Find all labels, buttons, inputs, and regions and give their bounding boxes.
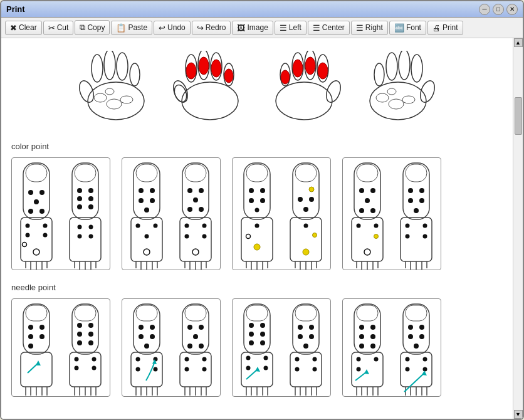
cut-icon: ✂ <box>48 23 55 33</box>
svg-point-77 <box>89 225 93 229</box>
svg-point-92 <box>150 198 155 203</box>
svg-rect-117 <box>233 159 281 269</box>
svg-point-307 <box>370 325 375 330</box>
svg-point-211 <box>77 323 82 328</box>
scroll-down-button[interactable]: ▼ <box>514 410 523 419</box>
svg-point-112 <box>185 224 189 228</box>
svg-point-159 <box>359 188 364 193</box>
undo-button[interactable]: ↩ Undo <box>154 21 191 35</box>
svg-point-197 <box>28 334 33 339</box>
svg-point-213 <box>77 332 82 337</box>
svg-point-145 <box>309 197 314 202</box>
needle-card-2a <box>122 299 171 396</box>
svg-point-328 <box>408 334 413 339</box>
svg-point-220 <box>92 366 97 370</box>
color-card-4a <box>343 158 392 270</box>
svg-point-144 <box>298 197 303 202</box>
svg-point-312 <box>357 357 361 362</box>
svg-point-91 <box>139 198 144 203</box>
svg-point-272 <box>260 340 265 345</box>
svg-point-52 <box>34 199 39 204</box>
svg-point-256 <box>185 367 189 372</box>
redo-button[interactable]: ↪ Redro <box>192 21 231 35</box>
needle-card-3a <box>233 299 281 396</box>
svg-point-40 <box>387 88 396 95</box>
scroll-up-button[interactable]: ▲ <box>514 38 523 47</box>
color-card-2a <box>122 158 171 270</box>
svg-rect-41 <box>13 159 60 269</box>
left-align-button[interactable]: ☰ Left <box>275 21 307 35</box>
svg-point-198 <box>39 334 45 339</box>
svg-point-292 <box>303 344 308 349</box>
close-button[interactable]: ✕ <box>506 4 518 15</box>
svg-point-38 <box>389 99 404 109</box>
svg-point-273 <box>246 356 251 360</box>
svg-point-294 <box>313 357 317 362</box>
undo-icon: ↩ <box>159 23 165 33</box>
print-button[interactable]: 🖨 Print <box>427 21 463 35</box>
svg-point-3 <box>104 51 115 80</box>
svg-point-267 <box>249 323 254 328</box>
svg-point-79 <box>89 234 93 239</box>
svg-point-35 <box>386 53 397 80</box>
svg-point-233 <box>150 334 155 339</box>
svg-point-11 <box>170 79 190 105</box>
window-title: Print <box>6 4 479 14</box>
svg-point-230 <box>139 325 144 330</box>
svg-point-184 <box>406 234 410 239</box>
image-button[interactable]: 🖼 Image <box>232 21 273 35</box>
image-icon: 🖼 <box>237 23 245 33</box>
right-hand-outline <box>357 51 439 123</box>
scroll-content[interactable]: color point <box>1 38 513 419</box>
svg-point-185 <box>423 234 427 239</box>
maximize-button[interactable]: □ <box>493 4 504 15</box>
copy-button[interactable]: ⧉ Copy <box>75 20 110 35</box>
svg-point-29 <box>293 60 303 77</box>
svg-point-71 <box>88 188 93 193</box>
svg-point-126 <box>249 188 254 193</box>
svg-point-148 <box>313 233 317 238</box>
svg-point-214 <box>88 332 93 337</box>
svg-point-51 <box>39 190 45 195</box>
svg-point-57 <box>26 233 30 238</box>
needle-card-1b <box>61 299 110 396</box>
paste-button[interactable]: 📋 Paste <box>111 21 152 35</box>
svg-point-199 <box>28 344 33 349</box>
svg-point-30 <box>281 70 290 84</box>
svg-point-74 <box>77 204 82 209</box>
svg-point-10 <box>182 82 238 120</box>
scrollbar[interactable]: ▲ ▼ <box>513 38 523 419</box>
svg-point-36 <box>374 63 384 86</box>
needle-card-1a <box>12 299 61 396</box>
svg-point-296 <box>313 367 317 372</box>
minimize-button[interactable]: ─ <box>479 4 490 15</box>
svg-point-276 <box>264 366 268 370</box>
hands-section <box>11 45 503 129</box>
main-window: Print ─ □ ✕ ✖ Clear ✂ Cut ⧉ Copy 📋 Paste… <box>0 0 524 420</box>
svg-point-177 <box>408 188 413 193</box>
svg-point-8 <box>120 96 133 103</box>
svg-point-218 <box>92 357 97 362</box>
svg-point-289 <box>309 325 314 330</box>
scroll-thumb[interactable] <box>515 97 522 135</box>
svg-point-1 <box>76 79 96 105</box>
font-button[interactable]: 🔤 Font <box>389 21 426 35</box>
svg-point-114 <box>185 234 189 239</box>
right-align-button[interactable]: ☰ Right <box>351 21 388 35</box>
svg-point-329 <box>419 334 424 339</box>
svg-point-274 <box>264 356 268 360</box>
svg-point-271 <box>249 340 254 345</box>
svg-point-37 <box>376 93 389 102</box>
svg-rect-240 <box>172 300 219 396</box>
center-align-button[interactable]: ☰ Center <box>308 21 350 35</box>
svg-point-275 <box>246 366 251 370</box>
svg-point-333 <box>406 367 410 372</box>
svg-point-95 <box>154 224 158 228</box>
svg-point-270 <box>260 332 265 337</box>
right-align-icon: ☰ <box>356 23 364 33</box>
svg-point-107 <box>187 188 192 193</box>
svg-point-216 <box>88 340 93 345</box>
content-area: color point <box>1 38 523 419</box>
clear-button[interactable]: ✖ Clear <box>5 21 42 35</box>
cut-button[interactable]: ✂ Cut <box>43 21 74 35</box>
